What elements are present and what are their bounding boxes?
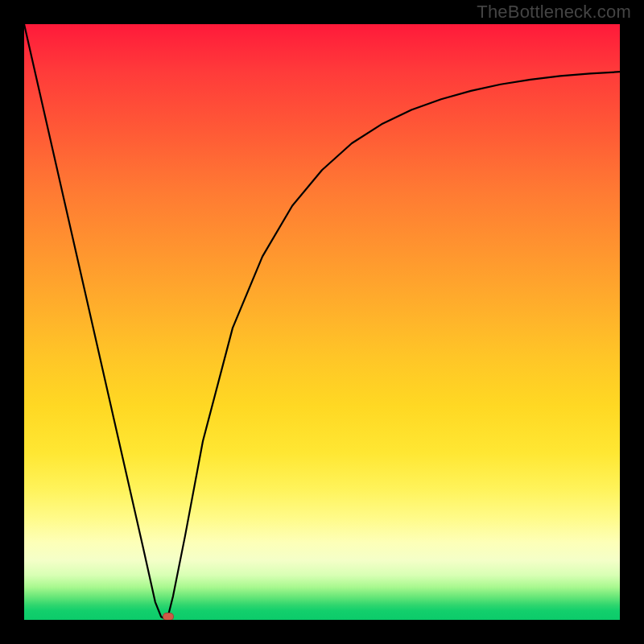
chart-frame: TheBottleneck.com <box>0 0 644 644</box>
plot-area <box>24 24 620 620</box>
attribution-watermark: TheBottleneck.com <box>477 2 631 23</box>
bottleneck-curve <box>24 24 620 620</box>
optimal-point-marker <box>163 613 174 620</box>
